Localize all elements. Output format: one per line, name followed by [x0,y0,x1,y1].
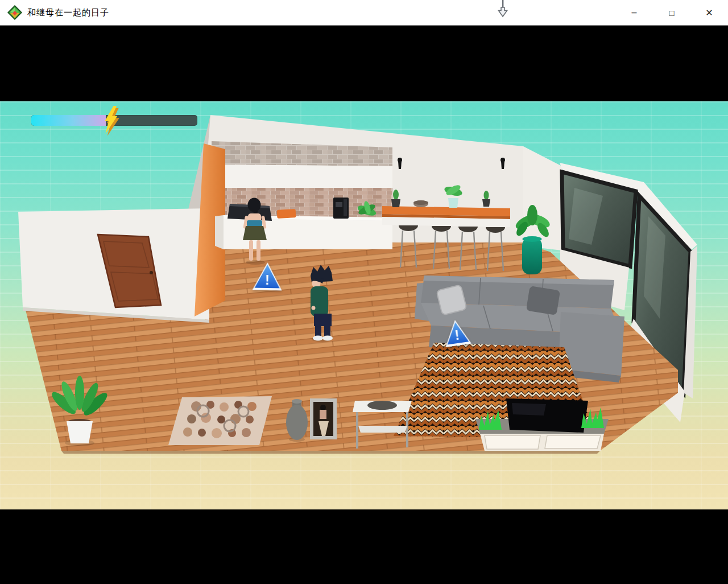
window-controls: – □ ✕ [615,0,728,25]
energy-fill [31,115,106,126]
kitchen-island [215,215,392,249]
app-icon [7,5,22,20]
television [506,398,588,433]
game-viewport: ! ! [0,25,728,584]
close-button[interactable]: ✕ [690,0,728,25]
circle-rug [168,396,272,445]
door-knob [150,271,153,274]
window-title: 和继母在一起的日子 [27,7,109,18]
coffee-machine [333,198,349,219]
alert-marker-stove[interactable]: ! [253,262,283,291]
game-window: 和继母在一起的日子 – □ ✕ [0,0,728,584]
minimize-button[interactable]: – [615,0,653,25]
lightning-icon [101,105,123,137]
cutting-board [277,209,296,219]
energy-bar [31,115,197,126]
bar-counter [382,206,510,227]
title-bar[interactable]: 和继母在一起的日子 – □ ✕ [0,0,728,26]
couch-pillow-light [436,285,466,315]
alert-exclamation: ! [253,274,282,287]
picture-frame [310,398,337,439]
maximize-button[interactable]: □ [653,0,690,25]
floor-front-edge [61,451,600,454]
couch-pillow-dark [526,286,560,315]
alert-marker-couch[interactable]: ! [442,318,471,347]
